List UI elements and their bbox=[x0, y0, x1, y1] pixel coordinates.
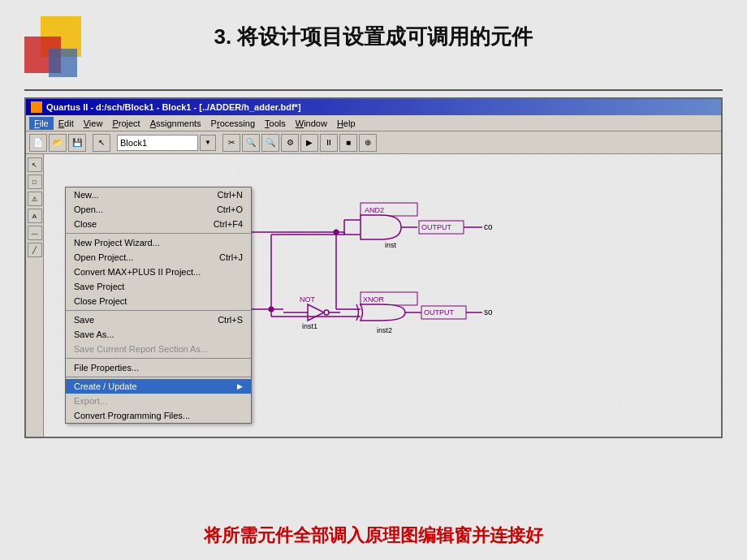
svg-point-47 bbox=[269, 307, 274, 312]
svg-text:co: co bbox=[484, 222, 493, 231]
toolbar-btn-6[interactable]: ⏸ bbox=[320, 134, 338, 152]
window-icon bbox=[31, 101, 42, 113]
separator-4 bbox=[66, 377, 251, 377]
title-divider bbox=[24, 89, 723, 91]
menu-new-project-wizard[interactable]: New Project Wizard... bbox=[66, 235, 251, 250]
file-dropdown-menu: New... Ctrl+N Open... Ctrl+O Close Ctrl+… bbox=[65, 187, 252, 424]
bottom-text: 将所需元件全部调入原理图编辑窗并连接好 bbox=[0, 523, 747, 548]
menu-processing[interactable]: Processing bbox=[206, 117, 260, 130]
canvas-area: AND2 OUTPUT co inst bbox=[44, 154, 721, 437]
menu-export: Export... bbox=[66, 394, 251, 408]
svg-text:OUTPUT: OUTPUT bbox=[421, 223, 452, 231]
menu-save-project[interactable]: Save Project bbox=[66, 279, 251, 294]
svg-text:so: so bbox=[484, 308, 493, 317]
svg-text:AND2: AND2 bbox=[365, 206, 384, 214]
menu-save[interactable]: Save Ctrl+S bbox=[66, 312, 251, 327]
lp-btn-4[interactable]: A bbox=[28, 209, 42, 223]
menu-bar: File Edit View Project Assignments Proce… bbox=[26, 115, 721, 131]
svg-text:XNOR: XNOR bbox=[363, 295, 385, 304]
menu-new[interactable]: New... Ctrl+N bbox=[66, 187, 251, 202]
slide-title: 3. 将设计项目设置成可调用的元件 bbox=[0, 23, 747, 51]
toolbar-btn-7[interactable]: ■ bbox=[339, 134, 357, 152]
menu-file[interactable]: File bbox=[29, 117, 54, 130]
submenu-arrow: ▶ bbox=[237, 382, 243, 390]
menu-create-update[interactable]: Create / Update ▶ bbox=[66, 379, 251, 394]
menu-project[interactable]: Project bbox=[107, 117, 145, 130]
lp-btn-6[interactable]: ╱ bbox=[28, 243, 42, 257]
window-title: Quartus II - d:/sch/Block1 - Block1 - [.… bbox=[46, 102, 301, 112]
menu-file-properties[interactable]: File Properties... bbox=[66, 360, 251, 375]
toolbar-btn-2[interactable]: 🔍 bbox=[242, 134, 260, 152]
lp-btn-5[interactable]: — bbox=[28, 226, 42, 240]
toolbar-new-btn[interactable]: 📄 bbox=[29, 134, 47, 152]
svg-text:inst2: inst2 bbox=[377, 326, 392, 334]
separator-1 bbox=[66, 233, 251, 234]
menu-open-project[interactable]: Open Project... Ctrl+J bbox=[66, 250, 251, 265]
separator-2 bbox=[66, 310, 251, 311]
block-dropdown[interactable]: ▼ bbox=[200, 135, 216, 151]
main-content: ↖ □ ⚠ A — ╱ bbox=[26, 154, 721, 437]
toolbar-btn-4[interactable]: ⚙ bbox=[281, 134, 299, 152]
menu-window[interactable]: Window bbox=[291, 117, 332, 130]
menu-close[interactable]: Close Ctrl+F4 bbox=[66, 217, 251, 231]
window-titlebar: Quartus II - d:/sch/Block1 - Block1 - [.… bbox=[26, 99, 721, 115]
toolbar-cursor-btn[interactable]: ↖ bbox=[93, 134, 110, 152]
menu-assignments[interactable]: Assignments bbox=[145, 117, 206, 130]
svg-text:OUTPUT: OUTPUT bbox=[424, 308, 455, 317]
menu-tools[interactable]: Tools bbox=[260, 117, 291, 130]
block-name-input[interactable]: Block1 bbox=[117, 135, 198, 151]
toolbar-btn-8[interactable]: ⊕ bbox=[359, 134, 377, 152]
menu-view[interactable]: View bbox=[79, 117, 108, 130]
deco-blue-square bbox=[49, 49, 77, 77]
slide-container: 3. 将设计项目设置成可调用的元件 Quartus II - d:/sch/Bl… bbox=[0, 0, 747, 560]
left-panel: ↖ □ ⚠ A — ╱ bbox=[26, 154, 44, 437]
toolbar-btn-1[interactable]: ✂ bbox=[222, 134, 240, 152]
svg-point-23 bbox=[324, 310, 329, 315]
lp-btn-1[interactable]: ↖ bbox=[28, 157, 42, 172]
svg-text:inst: inst bbox=[385, 241, 397, 249]
menu-convert-programming[interactable]: Convert Programming Files... bbox=[66, 408, 251, 423]
menu-save-current-report: Save Current Report Section As... bbox=[66, 342, 251, 356]
menu-save-as[interactable]: Save As... bbox=[66, 327, 251, 342]
separator-3 bbox=[66, 358, 251, 359]
screenshot-area: Quartus II - d:/sch/Block1 - Block1 - [.… bbox=[24, 97, 723, 438]
toolbar: 📄 📂 💾 ↖ Block1 ▼ ✂ 🔍 🔍 ⚙ ▶ ⏸ ■ ⊕ bbox=[26, 131, 721, 154]
menu-help[interactable]: Help bbox=[332, 117, 361, 130]
toolbar-save-btn[interactable]: 💾 bbox=[68, 134, 86, 152]
lp-btn-3[interactable]: ⚠ bbox=[28, 192, 42, 206]
menu-edit[interactable]: Edit bbox=[54, 117, 79, 130]
menu-close-project[interactable]: Close Project bbox=[66, 294, 251, 308]
toolbar-open-btn[interactable]: 📂 bbox=[49, 134, 67, 152]
toolbar-btn-5[interactable]: ▶ bbox=[300, 134, 318, 152]
menu-convert-maxplus[interactable]: Convert MAX+PLUS II Project... bbox=[66, 265, 251, 279]
toolbar-btn-3[interactable]: 🔍 bbox=[261, 134, 279, 152]
svg-text:inst1: inst1 bbox=[302, 322, 317, 330]
lp-btn-2[interactable]: □ bbox=[28, 174, 42, 189]
menu-open[interactable]: Open... Ctrl+O bbox=[66, 202, 251, 217]
svg-text:NOT: NOT bbox=[300, 295, 316, 304]
